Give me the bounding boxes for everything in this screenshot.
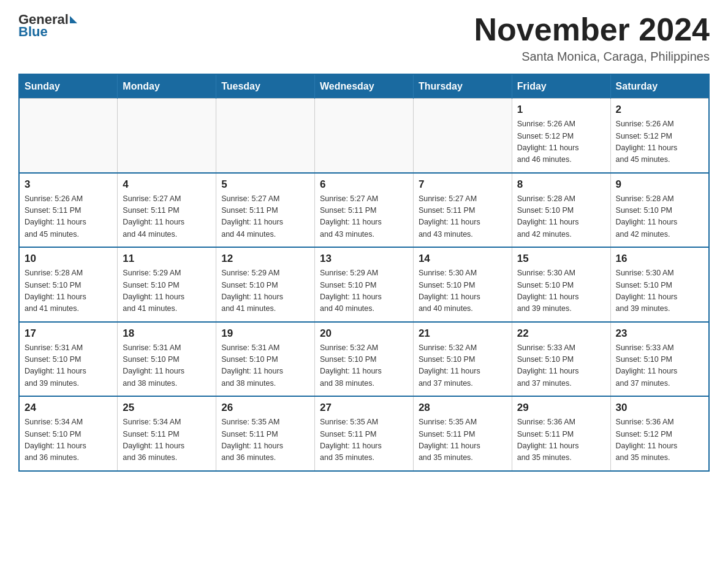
day-info: Sunrise: 5:30 AM Sunset: 5:10 PM Dayligh… xyxy=(419,267,507,315)
day-number: 7 xyxy=(419,178,507,191)
calendar-cell: 4Sunrise: 5:27 AM Sunset: 5:11 PM Daylig… xyxy=(118,173,216,248)
day-info: Sunrise: 5:27 AM Sunset: 5:11 PM Dayligh… xyxy=(123,193,211,241)
day-info: Sunrise: 5:28 AM Sunset: 5:10 PM Dayligh… xyxy=(25,267,112,315)
day-number: 19 xyxy=(221,327,309,340)
day-info: Sunrise: 5:32 AM Sunset: 5:10 PM Dayligh… xyxy=(419,342,507,390)
day-info: Sunrise: 5:34 AM Sunset: 5:10 PM Dayligh… xyxy=(25,416,112,464)
calendar-cell: 15Sunrise: 5:30 AM Sunset: 5:10 PM Dayli… xyxy=(512,247,610,322)
calendar-header-thursday: Thursday xyxy=(413,74,512,99)
calendar-table: SundayMondayTuesdayWednesdayThursdayFrid… xyxy=(18,74,710,472)
location-subtitle: Santa Monica, Caraga, Philippines xyxy=(474,50,710,64)
day-info: Sunrise: 5:32 AM Sunset: 5:10 PM Dayligh… xyxy=(320,342,408,390)
day-info: Sunrise: 5:29 AM Sunset: 5:10 PM Dayligh… xyxy=(320,267,408,315)
day-number: 11 xyxy=(123,253,211,265)
calendar-week-row: 1Sunrise: 5:26 AM Sunset: 5:12 PM Daylig… xyxy=(19,99,709,173)
calendar-cell: 29Sunrise: 5:36 AM Sunset: 5:11 PM Dayli… xyxy=(512,396,610,471)
calendar-cell: 22Sunrise: 5:33 AM Sunset: 5:10 PM Dayli… xyxy=(512,322,610,397)
calendar-header-sunday: Sunday xyxy=(19,74,118,99)
day-number: 24 xyxy=(25,402,112,414)
day-info: Sunrise: 5:31 AM Sunset: 5:10 PM Dayligh… xyxy=(25,342,112,390)
day-number: 16 xyxy=(616,253,703,265)
page-header: General Blue November 2024 Santa Monica,… xyxy=(18,12,710,64)
calendar-week-row: 10Sunrise: 5:28 AM Sunset: 5:10 PM Dayli… xyxy=(19,247,709,322)
day-info: Sunrise: 5:34 AM Sunset: 5:11 PM Dayligh… xyxy=(123,416,211,464)
calendar-header-wednesday: Wednesday xyxy=(315,74,414,99)
day-info: Sunrise: 5:30 AM Sunset: 5:10 PM Dayligh… xyxy=(616,267,703,315)
calendar-cell: 2Sunrise: 5:26 AM Sunset: 5:12 PM Daylig… xyxy=(610,99,709,173)
calendar-cell xyxy=(118,99,216,173)
month-title: November 2024 xyxy=(474,12,710,47)
day-number: 6 xyxy=(320,178,408,191)
day-info: Sunrise: 5:30 AM Sunset: 5:10 PM Dayligh… xyxy=(517,267,605,315)
day-info: Sunrise: 5:27 AM Sunset: 5:11 PM Dayligh… xyxy=(320,193,408,241)
day-number: 4 xyxy=(123,178,211,191)
calendar-cell: 13Sunrise: 5:29 AM Sunset: 5:10 PM Dayli… xyxy=(315,247,414,322)
day-number: 8 xyxy=(517,178,605,191)
calendar-cell: 10Sunrise: 5:28 AM Sunset: 5:10 PM Dayli… xyxy=(19,247,118,322)
day-info: Sunrise: 5:29 AM Sunset: 5:10 PM Dayligh… xyxy=(123,267,211,315)
calendar-cell: 25Sunrise: 5:34 AM Sunset: 5:11 PM Dayli… xyxy=(118,396,216,471)
day-info: Sunrise: 5:26 AM Sunset: 5:12 PM Dayligh… xyxy=(616,118,703,166)
calendar-week-row: 3Sunrise: 5:26 AM Sunset: 5:11 PM Daylig… xyxy=(19,173,709,248)
day-info: Sunrise: 5:28 AM Sunset: 5:10 PM Dayligh… xyxy=(517,193,605,241)
day-number: 20 xyxy=(320,327,408,340)
calendar-cell xyxy=(19,99,118,173)
calendar-header-tuesday: Tuesday xyxy=(216,74,315,99)
calendar-cell: 6Sunrise: 5:27 AM Sunset: 5:11 PM Daylig… xyxy=(315,173,414,248)
day-info: Sunrise: 5:35 AM Sunset: 5:11 PM Dayligh… xyxy=(221,416,309,464)
calendar-week-row: 17Sunrise: 5:31 AM Sunset: 5:10 PM Dayli… xyxy=(19,322,709,397)
day-info: Sunrise: 5:36 AM Sunset: 5:12 PM Dayligh… xyxy=(616,416,703,464)
calendar-cell: 14Sunrise: 5:30 AM Sunset: 5:10 PM Dayli… xyxy=(413,247,512,322)
day-info: Sunrise: 5:36 AM Sunset: 5:11 PM Dayligh… xyxy=(517,416,605,464)
day-number: 22 xyxy=(517,327,605,340)
day-number: 18 xyxy=(123,327,211,340)
day-number: 14 xyxy=(419,253,507,265)
calendar-cell: 24Sunrise: 5:34 AM Sunset: 5:10 PM Dayli… xyxy=(19,396,118,471)
day-number: 26 xyxy=(221,402,309,414)
day-info: Sunrise: 5:31 AM Sunset: 5:10 PM Dayligh… xyxy=(221,342,309,390)
calendar-cell: 18Sunrise: 5:31 AM Sunset: 5:10 PM Dayli… xyxy=(118,322,216,397)
day-info: Sunrise: 5:28 AM Sunset: 5:10 PM Dayligh… xyxy=(616,193,703,241)
day-number: 13 xyxy=(320,253,408,265)
calendar-cell: 12Sunrise: 5:29 AM Sunset: 5:10 PM Dayli… xyxy=(216,247,315,322)
day-info: Sunrise: 5:33 AM Sunset: 5:10 PM Dayligh… xyxy=(517,342,605,390)
calendar-cell: 30Sunrise: 5:36 AM Sunset: 5:12 PM Dayli… xyxy=(610,396,709,471)
calendar-cell: 27Sunrise: 5:35 AM Sunset: 5:11 PM Dayli… xyxy=(315,396,414,471)
day-number: 30 xyxy=(616,402,703,414)
calendar-cell: 23Sunrise: 5:33 AM Sunset: 5:10 PM Dayli… xyxy=(610,322,709,397)
day-info: Sunrise: 5:31 AM Sunset: 5:10 PM Dayligh… xyxy=(123,342,211,390)
day-info: Sunrise: 5:27 AM Sunset: 5:11 PM Dayligh… xyxy=(221,193,309,241)
calendar-cell: 21Sunrise: 5:32 AM Sunset: 5:10 PM Dayli… xyxy=(413,322,512,397)
calendar-header-saturday: Saturday xyxy=(610,74,709,99)
calendar-cell: 26Sunrise: 5:35 AM Sunset: 5:11 PM Dayli… xyxy=(216,396,315,471)
day-number: 9 xyxy=(616,178,703,191)
day-number: 15 xyxy=(517,253,605,265)
day-number: 29 xyxy=(517,402,605,414)
calendar-cell: 9Sunrise: 5:28 AM Sunset: 5:10 PM Daylig… xyxy=(610,173,709,248)
calendar-cell: 16Sunrise: 5:30 AM Sunset: 5:10 PM Dayli… xyxy=(610,247,709,322)
title-block: November 2024 Santa Monica, Caraga, Phil… xyxy=(474,12,710,64)
calendar-header-friday: Friday xyxy=(512,74,610,99)
day-number: 10 xyxy=(25,253,112,265)
calendar-header-monday: Monday xyxy=(118,74,216,99)
calendar-cell xyxy=(315,99,414,173)
day-number: 28 xyxy=(419,402,507,414)
day-info: Sunrise: 5:26 AM Sunset: 5:11 PM Dayligh… xyxy=(25,193,112,241)
day-number: 2 xyxy=(616,104,703,116)
day-info: Sunrise: 5:27 AM Sunset: 5:11 PM Dayligh… xyxy=(419,193,507,241)
day-info: Sunrise: 5:26 AM Sunset: 5:12 PM Dayligh… xyxy=(517,118,605,166)
day-number: 3 xyxy=(25,178,112,191)
logo-triangle-icon xyxy=(70,16,77,23)
calendar-header-row: SundayMondayTuesdayWednesdayThursdayFrid… xyxy=(19,74,709,99)
day-number: 21 xyxy=(419,327,507,340)
day-info: Sunrise: 5:33 AM Sunset: 5:10 PM Dayligh… xyxy=(616,342,703,390)
calendar-cell: 5Sunrise: 5:27 AM Sunset: 5:11 PM Daylig… xyxy=(216,173,315,248)
logo: General Blue xyxy=(18,12,77,39)
calendar-week-row: 24Sunrise: 5:34 AM Sunset: 5:10 PM Dayli… xyxy=(19,396,709,471)
calendar-cell: 8Sunrise: 5:28 AM Sunset: 5:10 PM Daylig… xyxy=(512,173,610,248)
day-info: Sunrise: 5:35 AM Sunset: 5:11 PM Dayligh… xyxy=(320,416,408,464)
day-number: 25 xyxy=(123,402,211,414)
calendar-cell xyxy=(216,99,315,173)
day-number: 27 xyxy=(320,402,408,414)
calendar-cell: 19Sunrise: 5:31 AM Sunset: 5:10 PM Dayli… xyxy=(216,322,315,397)
